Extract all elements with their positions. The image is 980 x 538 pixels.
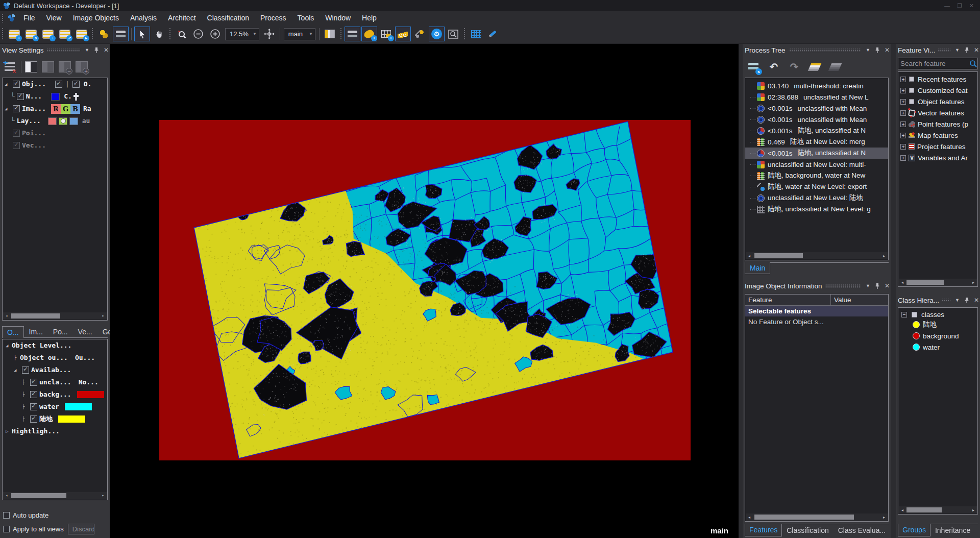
minimize-icon[interactable]: — xyxy=(944,3,950,9)
expand-box-icon[interactable]: + xyxy=(900,155,906,161)
scroll-left-button[interactable]: ◂ xyxy=(3,491,10,501)
class-item-water[interactable]: water xyxy=(910,341,977,353)
scrollbar-track[interactable] xyxy=(10,312,100,320)
zoom-in-icon[interactable] xyxy=(207,27,223,41)
close-icon[interactable]: ✕ xyxy=(969,3,974,9)
menu-view[interactable]: View xyxy=(41,12,67,23)
color-swatch[interactable] xyxy=(48,117,57,125)
process-step[interactable]: unclassified at New Level: 陆地 xyxy=(745,192,888,204)
tree-row-hightligh[interactable]: ▷Hightligh... xyxy=(3,425,107,437)
expander-icon[interactable]: ◢ xyxy=(6,340,12,351)
undo-icon[interactable]: ↶ xyxy=(766,60,781,74)
process-step[interactable]: 03.140multi-threshold: creatin xyxy=(745,80,888,91)
close-icon[interactable]: ✕ xyxy=(885,282,890,289)
slider-icon[interactable] xyxy=(75,93,77,101)
color-swatch[interactable] xyxy=(59,117,67,125)
feature-group-recent-features[interactable]: +Recent features xyxy=(898,74,977,85)
feature-group-project-features[interactable]: +Project features xyxy=(898,141,977,152)
menu-file[interactable]: File xyxy=(18,12,41,23)
remove-pane-icon[interactable]: − xyxy=(57,59,72,75)
process-step[interactable]: <0.001s陆地, unclassified at N xyxy=(745,125,888,136)
close-icon[interactable]: ✕ xyxy=(974,297,979,304)
checkbox[interactable] xyxy=(13,105,20,112)
process-step[interactable]: 02:38.688unclassified at New L xyxy=(745,91,888,103)
feature-group-variables-and-ar[interactable]: +VVariables and Ar xyxy=(898,152,977,163)
normal-cursor-icon[interactable] xyxy=(134,27,150,41)
process-step[interactable]: 陆地, background, water at New xyxy=(745,170,888,181)
tree-row-layer[interactable]: └ Lay... au xyxy=(3,115,107,127)
image-view-canvas[interactable] xyxy=(110,44,739,538)
menu-architect[interactable]: Architect xyxy=(162,12,201,23)
zoom-selection-icon[interactable] xyxy=(174,27,189,41)
blue-channel-swatch[interactable]: B xyxy=(70,104,80,114)
checkbox[interactable] xyxy=(13,142,20,149)
scroll-left-button[interactable]: ◂ xyxy=(899,508,906,512)
tab-classification[interactable]: Classification xyxy=(782,524,833,537)
pin-icon[interactable] xyxy=(875,283,880,289)
process-step[interactable]: 陆地, unclassified at New Level: g xyxy=(745,204,888,215)
scroll-right-button[interactable]: ▸ xyxy=(880,515,888,520)
drag-handle[interactable] xyxy=(47,48,80,52)
pin-icon[interactable] xyxy=(94,47,99,53)
collapse-icon[interactable]: ▼ xyxy=(866,47,870,53)
redo-icon[interactable]: ↷ xyxy=(787,60,802,74)
tree-row-backg[interactable]: ├backg... xyxy=(3,388,107,401)
color-swatch[interactable] xyxy=(51,93,60,101)
tab-main[interactable]: Main xyxy=(745,262,770,274)
map-view-select[interactable]: main▼ xyxy=(284,28,315,40)
zoom-level-select[interactable]: 12.5%▼ xyxy=(225,28,259,40)
process-step[interactable]: <0.001sunclassified with Mean xyxy=(745,103,888,114)
column-feature[interactable]: Feature xyxy=(745,295,831,305)
close-icon[interactable]: ✕ xyxy=(885,46,890,54)
class-item-background[interactable]: background xyxy=(910,330,977,341)
scrollbar-thumb[interactable] xyxy=(754,253,803,258)
menu-window[interactable]: Window xyxy=(320,12,356,23)
scrollbar-track[interactable] xyxy=(753,513,880,521)
discard-button[interactable]: Discard xyxy=(68,524,94,534)
tree-row-number[interactable]: └ N... C. xyxy=(3,90,107,103)
collapse-box-icon[interactable]: − xyxy=(901,312,907,317)
tree-row-object-ou[interactable]: ├Object ou...Ou... xyxy=(3,352,107,364)
expand-box-icon[interactable]: + xyxy=(900,121,906,127)
feature-group-vector-features[interactable]: +Vector features xyxy=(898,107,977,118)
expand-box-icon[interactable]: + xyxy=(900,88,906,93)
classes-root-row[interactable]: − classes xyxy=(898,308,977,319)
column-value[interactable]: Value xyxy=(831,295,854,305)
tab-groups[interactable]: Groups xyxy=(898,524,930,536)
process-tree-window-icon[interactable] xyxy=(113,27,129,41)
pin-icon[interactable] xyxy=(964,298,969,303)
scroll-right-button[interactable]: ▸ xyxy=(970,280,977,285)
menu-image-objects[interactable]: Image Objects xyxy=(67,12,125,23)
tab-im[interactable]: Im... xyxy=(24,326,48,337)
image-layer-mixing-icon[interactable] xyxy=(468,27,484,41)
panel-splitter[interactable] xyxy=(891,44,896,538)
pane-view-icon[interactable] xyxy=(40,59,56,75)
workspace-properties-icon[interactable]: ▸ xyxy=(74,27,89,41)
tab-o[interactable]: O... xyxy=(2,326,24,338)
feature-group-object-features[interactable]: +Object features xyxy=(898,96,977,107)
pin-icon[interactable] xyxy=(964,47,969,53)
object-mean-view-icon[interactable] xyxy=(412,27,428,41)
scroll-left-button[interactable]: ◂ xyxy=(746,254,753,258)
checkbox[interactable] xyxy=(55,81,62,88)
scrollbar-track[interactable] xyxy=(10,492,100,499)
collapse-icon[interactable]: ▼ xyxy=(955,47,960,53)
tab-inheritance[interactable]: Inheritance xyxy=(930,524,975,537)
load-ruleset-icon[interactable] xyxy=(96,27,112,41)
close-icon[interactable]: ✕ xyxy=(974,46,979,54)
process-step[interactable]: 陆地, water at New Level: export xyxy=(745,181,888,192)
menu-help[interactable]: Help xyxy=(356,12,382,23)
view-settings-window-icon[interactable] xyxy=(345,27,360,41)
expand-box-icon[interactable]: + xyxy=(900,99,906,105)
feature-group-map-features[interactable]: +Map features xyxy=(898,130,977,141)
create-workspace-icon[interactable]: + xyxy=(6,27,22,41)
drag-handle[interactable] xyxy=(789,48,861,52)
single-pane-icon[interactable] xyxy=(23,59,39,75)
scroll-right-button[interactable]: ▸ xyxy=(970,508,977,512)
checkbox[interactable] xyxy=(30,379,37,386)
green-channel-swatch[interactable]: G xyxy=(61,104,70,114)
pin-icon[interactable] xyxy=(875,47,880,53)
checkbox[interactable] xyxy=(30,403,37,410)
scroll-left-button[interactable]: ◂ xyxy=(746,515,753,520)
search-input[interactable] xyxy=(898,60,969,67)
